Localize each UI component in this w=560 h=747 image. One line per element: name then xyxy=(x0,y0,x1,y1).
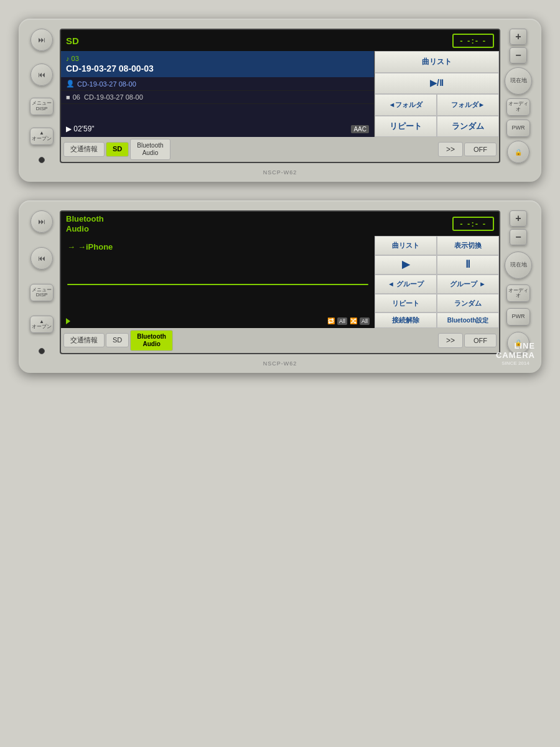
audio-jack-2 xyxy=(39,348,45,354)
screen-row-1: ⏭ ⏮ メニューDISP ▲オープン SD - -:- - ♪ 03 CD-19… xyxy=(27,29,533,163)
bt-settings-btn[interactable]: Bluetooth設定 xyxy=(437,312,499,327)
bt-repeat-btn[interactable]: リピート xyxy=(375,294,437,313)
car-stereo-unit-2: ⏭ ⏮ メニューDISP ▲オープン BluetoothAudio - -:- … xyxy=(19,200,541,373)
screen-title-1: SD xyxy=(66,35,79,46)
tab-arrow-2[interactable]: >> xyxy=(438,333,463,348)
left-panel-1: ♪ 03 CD-19-03-27 08-00-03 👤 CD-19-03-27 … xyxy=(61,51,375,137)
screen-title-2: BluetoothAudio xyxy=(66,214,104,233)
screen-topbar-1: SD - -:- - xyxy=(61,30,499,51)
track-time-bar: ▶ 02'59" AAC xyxy=(61,121,374,137)
watermark: LINE CAMERA SINCE 2014 xyxy=(496,341,535,367)
right-controls-1: + − 現在地 オーディオ PWR 🔒 xyxy=(504,29,533,163)
skip-back-btn[interactable]: ⏮ xyxy=(30,63,53,86)
bt-waveform xyxy=(61,255,375,314)
vol-minus-1[interactable]: − xyxy=(510,47,527,63)
wm-line3: SINCE 2014 xyxy=(496,360,535,367)
volume-control-1: + − xyxy=(510,29,527,63)
track-name: CD-19-03-27 08-00-03 xyxy=(66,63,369,73)
menu-disp-btn[interactable]: メニューDISP xyxy=(30,98,54,115)
current-location-btn-2[interactable]: 現在地 xyxy=(505,251,532,279)
left-controls-2: ⏭ ⏮ メニューDISP ▲オープン xyxy=(27,210,56,354)
bt-wave-line xyxy=(67,284,368,285)
bt-mode-icons: 🔁 All 🔀 All xyxy=(327,317,370,325)
lock-btn-1[interactable]: 🔒 xyxy=(507,141,530,163)
vol-plus-1[interactable]: + xyxy=(510,29,527,45)
bt-bottom-row: 🔁 All 🔀 All xyxy=(61,314,375,328)
track-number: ♪ 03 xyxy=(66,55,369,62)
left-controls-1: ⏭ ⏮ メニューDISP ▲オープン xyxy=(27,29,56,163)
rp-row-2: ▶/Ⅱ xyxy=(375,73,499,95)
random-btn[interactable]: ランダム xyxy=(437,116,499,138)
bt-prev-group-btn[interactable]: ◄ グループ xyxy=(375,275,437,294)
volume-control-2: + − xyxy=(510,210,527,245)
play-indicator-icon xyxy=(66,318,70,324)
folder-icon-1: 👤 xyxy=(66,80,75,88)
bt-kyokulist-btn[interactable]: 曲リスト xyxy=(375,236,437,255)
tab-bt-2[interactable]: BluetoothAudio xyxy=(130,330,173,351)
eject-btn[interactable]: ▲オープン xyxy=(30,128,54,145)
bt-display-switch-btn[interactable]: 表示切換 xyxy=(437,236,499,255)
right-panel-1: 曲リスト ▶/Ⅱ ◄フォルダ フォルダ► リピート ランダム xyxy=(375,51,499,137)
bt-disconnect-btn[interactable]: 接続解除 xyxy=(375,312,437,327)
current-track: ♪ 03 CD-19-03-27 08-00-03 xyxy=(61,51,374,77)
screen-topbar-2: BluetoothAudio - -:- - xyxy=(61,212,499,236)
bt-next-group-btn[interactable]: グループ ► xyxy=(437,275,499,294)
tab-off-1[interactable]: OFF xyxy=(464,143,497,156)
repeat-all-icon: 🔁 xyxy=(327,317,335,324)
repeat-btn[interactable]: リピート xyxy=(375,116,437,138)
screen-content-2: → →iPhone 🔁 All 🔀 All xyxy=(61,236,499,327)
pwr-btn-1[interactable]: PWR xyxy=(506,120,530,137)
tab-traffic-2[interactable]: 交通情報 xyxy=(63,333,105,347)
lcd-screen-1: SD - -:- - ♪ 03 CD-19-03-27 08-00-03 👤 C… xyxy=(60,29,500,163)
shuffle-all-icon: 🔀 xyxy=(350,317,357,324)
current-location-btn-1[interactable]: 現在地 xyxy=(505,67,532,95)
time-display-2: - -:- - xyxy=(452,217,494,231)
audio-jack xyxy=(39,157,45,163)
tab-off-2[interactable]: OFF xyxy=(464,334,497,347)
bt-pause-btn[interactable]: Ⅱ xyxy=(437,255,499,275)
repeat-all-badge: All xyxy=(337,317,347,325)
screen-row-2: ⏭ ⏮ メニューDISP ▲オープン BluetoothAudio - -:- … xyxy=(27,210,533,354)
iphone-arrow-icon: → xyxy=(67,242,75,251)
car-stereo-unit-1: ⏭ ⏮ メニューDISP ▲オープン SD - -:- - ♪ 03 CD-19… xyxy=(19,19,541,182)
bt-random-btn[interactable]: ランダム xyxy=(437,294,499,313)
lcd-screen-2: BluetoothAudio - -:- - → →iPhone xyxy=(60,210,500,354)
next-folder-btn[interactable]: フォルダ► xyxy=(437,94,499,116)
aac-badge: AAC xyxy=(351,125,369,133)
audio-btn-1[interactable]: オーディオ xyxy=(506,98,530,116)
bt-play-btn[interactable]: ▶ xyxy=(375,255,437,275)
rp-row-1: 曲リスト xyxy=(375,51,499,73)
audio-btn-2[interactable]: オーディオ xyxy=(506,284,530,302)
tab-bt-1[interactable]: BluetoothAudio xyxy=(130,139,170,160)
list-text-1: CD-19-03-27 08-00 xyxy=(77,80,136,88)
skip-back-btn-2[interactable]: ⏮ xyxy=(30,247,53,270)
tab-traffic-1[interactable]: 交通情報 xyxy=(63,142,105,156)
play-time: ▶ 02'59" xyxy=(66,125,95,133)
list-text-2: 06 CD-19-03-27 08-00 xyxy=(73,93,143,101)
iphone-label: →iPhone xyxy=(78,242,113,251)
time-display-1: - -:- - xyxy=(452,34,494,48)
right-controls-2: + − 現在地 オーディオ PWR 🔒 xyxy=(504,210,533,354)
vol-plus-2[interactable]: + xyxy=(510,210,527,227)
bt-left-panel: → →iPhone 🔁 All 🔀 All xyxy=(61,236,375,327)
vol-minus-2[interactable]: − xyxy=(510,229,527,245)
tab-sd-1[interactable]: SD xyxy=(106,142,129,156)
skip-forward-btn[interactable]: ⏭ xyxy=(30,29,53,51)
skip-forward-btn-2[interactable]: ⏭ xyxy=(30,210,53,233)
model-label-1: NSCP-W62 xyxy=(27,168,533,176)
eject-btn-2[interactable]: ▲オープン xyxy=(30,316,54,333)
pwr-btn-2[interactable]: PWR xyxy=(506,308,530,326)
playpause-btn[interactable]: ▶/Ⅱ xyxy=(375,73,499,95)
model-label-2: NSCP-W62 xyxy=(27,359,533,367)
menu-disp-btn-2[interactable]: メニューDISP xyxy=(30,284,54,301)
list-item-2: ■ 06 CD-19-03-27 08-00 xyxy=(61,91,374,104)
iphone-row: → →iPhone xyxy=(61,236,375,255)
wm-line2: CAMERA xyxy=(496,350,535,360)
tab-sd-2[interactable]: SD xyxy=(106,333,129,347)
screen-content-1: ♪ 03 CD-19-03-27 08-00-03 👤 CD-19-03-27 … xyxy=(61,51,499,137)
tab-bar-1: 交通情報 SD BluetoothAudio >> OFF xyxy=(61,137,499,162)
shuffle-all-badge: All xyxy=(360,317,370,325)
tab-arrow-1[interactable]: >> xyxy=(438,142,463,157)
prev-folder-btn[interactable]: ◄フォルダ xyxy=(375,94,437,116)
kyokulist-btn[interactable]: 曲リスト xyxy=(375,51,499,73)
